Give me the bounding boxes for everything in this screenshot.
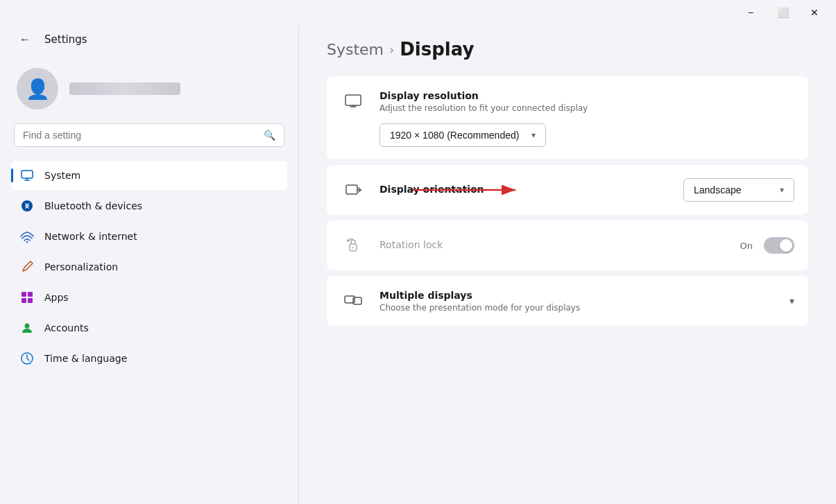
network-icon [19, 229, 35, 244]
multiple-displays-row[interactable]: Multiple displays Choose the presentatio… [327, 276, 808, 326]
svg-point-1 [22, 200, 33, 211]
resolution-subtitle: Adjust the resolution to fit your connec… [379, 103, 794, 113]
rotation-lock-toggle[interactable] [764, 237, 794, 254]
svg-rect-10 [346, 185, 357, 194]
sidebar-item-network[interactable]: Network & internet [11, 222, 287, 251]
maximize-button[interactable]: ⬜ [767, 1, 799, 24]
resolution-dropdown[interactable]: 1920 × 1080 (Recommended) ▾ [379, 123, 546, 147]
sidebar-item-time[interactable]: Time & language [11, 344, 287, 373]
rotation-lock-card: Rotation lock On [327, 220, 808, 270]
close-button[interactable]: ✕ [799, 1, 830, 24]
bluetooth-label: Bluetooth & devices [44, 200, 142, 211]
resolution-section: Display resolution Adjust the resolution… [327, 76, 808, 159]
back-button[interactable]: ← [14, 31, 36, 49]
svg-rect-9 [346, 95, 361, 105]
resolution-dropdown-value: 1920 × 1080 (Recommended) [390, 130, 519, 141]
orientation-title: Display orientation [379, 184, 656, 195]
sidebar-item-apps[interactable]: Apps [11, 283, 287, 312]
resolution-header: Display resolution Adjust the resolution… [341, 89, 794, 114]
search-icon: 🔍 [264, 130, 275, 141]
display-orientation-card: Display orientation La [327, 165, 808, 215]
orientation-content: Display orientation [379, 184, 656, 197]
rotation-lock-title: Rotation lock [379, 239, 726, 250]
nav-list: System Bluetooth & devices [11, 161, 287, 373]
personalization-label: Personalization [44, 261, 118, 272]
apps-icon [19, 290, 35, 305]
resolution-chevron-icon: ▾ [531, 130, 536, 140]
resolution-dropdown-wrapper: 1920 × 1080 (Recommended) ▾ [379, 123, 794, 147]
app-container: ← Settings 👤 🔍 [0, 25, 836, 504]
bluetooth-icon [19, 198, 35, 214]
search-box: 🔍 [14, 123, 284, 147]
breadcrumb-separator: › [389, 42, 394, 57]
multiple-displays-chevron-icon: ▾ [790, 295, 794, 306]
svg-rect-4 [28, 292, 33, 297]
multiple-displays-title: Multiple displays [379, 290, 776, 301]
rotation-lock-control: On [740, 237, 794, 254]
toggle-knob [780, 239, 792, 252]
sidebar: ← Settings 👤 🔍 [0, 25, 298, 504]
svg-rect-0 [22, 171, 33, 178]
user-icon: 👤 [26, 78, 50, 101]
orientation-control: Landscape ▾ [683, 178, 794, 202]
multiple-displays-icon [341, 288, 366, 313]
svg-rect-5 [22, 298, 26, 303]
titlebar-controls: − ⬜ ✕ [735, 1, 830, 24]
apps-label: Apps [44, 292, 69, 303]
breadcrumb-parent[interactable]: System [327, 41, 384, 58]
svg-point-7 [25, 324, 30, 329]
sidebar-header: ← Settings [11, 25, 287, 60]
orientation-dropdown[interactable]: Landscape ▾ [683, 178, 794, 202]
accounts-icon [19, 320, 35, 336]
sidebar-item-system[interactable]: System [11, 161, 287, 190]
resolution-icon [341, 89, 366, 114]
user-section: 👤 [11, 60, 287, 123]
titlebar: − ⬜ ✕ [0, 0, 836, 25]
rotation-lock-content: Rotation lock [379, 239, 726, 252]
sidebar-item-personalization[interactable]: Personalization [11, 252, 287, 281]
search-input[interactable] [23, 130, 258, 141]
time-label: Time & language [44, 353, 127, 364]
network-label: Network & internet [44, 231, 137, 242]
accounts-label: Accounts [44, 322, 89, 333]
rotation-lock-icon [341, 233, 366, 258]
display-resolution-card: Display resolution Adjust the resolution… [327, 76, 808, 159]
multiple-displays-subtitle: Choose the presentation mode for your di… [379, 303, 776, 313]
orientation-row: Display orientation La [327, 165, 808, 215]
sidebar-item-bluetooth[interactable]: Bluetooth & devices [11, 191, 287, 220]
app-title: Settings [44, 33, 87, 46]
avatar[interactable]: 👤 [17, 68, 58, 110]
minimize-button[interactable]: − [735, 1, 767, 24]
personalization-icon [19, 259, 35, 275]
breadcrumb: System › Display [327, 39, 808, 60]
breadcrumb-current: Display [400, 39, 474, 60]
system-icon [19, 168, 35, 183]
multiple-displays-card: Multiple displays Choose the presentatio… [327, 276, 808, 326]
system-label: System [44, 170, 80, 181]
time-icon [19, 351, 35, 366]
orientation-dropdown-value: Landscape [694, 184, 742, 195]
multiple-displays-content: Multiple displays Choose the presentatio… [379, 290, 776, 313]
resolution-title: Display resolution [379, 90, 794, 101]
rotation-lock-toggle-label: On [740, 241, 753, 251]
rotation-lock-row: Rotation lock On [327, 220, 808, 270]
resolution-content: Display resolution Adjust the resolution… [379, 90, 794, 113]
svg-rect-6 [28, 298, 33, 303]
orientation-chevron-icon: ▾ [780, 185, 784, 195]
sidebar-item-accounts[interactable]: Accounts [11, 313, 287, 342]
svg-point-2 [26, 241, 28, 243]
user-name-bar [69, 82, 180, 95]
content-area: System › Display Display resolution [299, 25, 836, 504]
svg-rect-3 [22, 292, 26, 297]
orientation-icon [341, 177, 366, 202]
